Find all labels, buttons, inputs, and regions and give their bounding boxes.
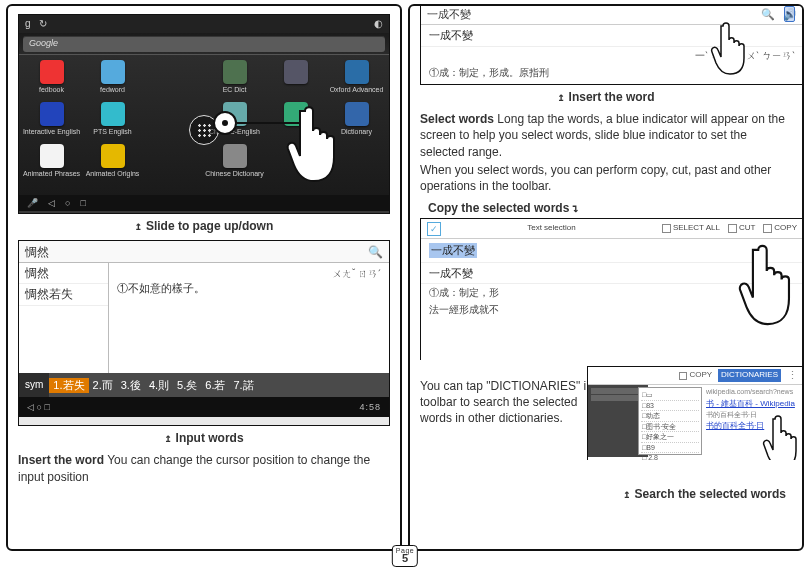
slide-arrow-icon xyxy=(237,122,307,124)
select-words-paragraph: Select words Long tap the words, a blue … xyxy=(420,111,792,160)
search-icon[interactable]: 🔍 xyxy=(761,7,775,22)
copy-subheader: Copy the selected words↴ xyxy=(428,200,792,216)
list-item[interactable]: 惆然若失 xyxy=(19,284,108,305)
cut-button[interactable]: CUT xyxy=(728,223,755,234)
dictionaries-hint: You can tap "DICTIONARIES" in toolbar to… xyxy=(420,376,600,429)
dictionary-popup-list[interactable]: □▭ □83 □动态 □图书·安全 □好象之一 □B9 □ 2.8 xyxy=(638,387,702,455)
typed-text: 惆然 xyxy=(25,244,49,260)
definition-line: 法一經形成就不 xyxy=(421,301,803,318)
up-arrow-icon: ↥ xyxy=(164,431,171,445)
selected-text[interactable]: 一成不變 xyxy=(429,243,477,258)
caption-slide: ↥Slide to page up/down xyxy=(18,218,390,234)
select-all-icon xyxy=(662,224,671,233)
copy-button[interactable]: COPY xyxy=(679,370,712,381)
select-words-lead: Select words xyxy=(420,112,494,126)
caption-search: ↥Search the selected words xyxy=(420,486,786,502)
list-item[interactable]: □▭ xyxy=(641,390,699,400)
copy-icon xyxy=(679,372,687,380)
definition-pane: ㄨㄤˇ ㄖㄢˊ ①不如意的樣子。 xyxy=(109,263,389,373)
ime-candidate[interactable]: 2.而 xyxy=(89,378,117,393)
ime-candidate[interactable]: 4.則 xyxy=(145,378,173,393)
app-icon[interactable]: fedword xyxy=(82,59,143,101)
selection-screenshot: ✓ Text selection SELECT ALL CUT COPY 一成不… xyxy=(420,218,803,360)
search-toolbar: COPY DICTIONARIES ⋮ xyxy=(588,367,803,385)
copy-button[interactable]: COPY xyxy=(763,223,797,234)
up-arrow-icon: ↥ xyxy=(557,90,564,104)
slide-origin-indicator xyxy=(213,111,237,135)
caption-insert-right: ↥Insert the word xyxy=(420,89,792,105)
select-words-paragraph-2: When you select words, you can perform c… xyxy=(420,162,792,194)
back-icon[interactable]: ◁ xyxy=(48,197,55,209)
typed-text: 一成不變 xyxy=(427,7,471,22)
ime-candidate[interactable]: 5.矣 xyxy=(173,378,201,393)
g-icon: g xyxy=(25,18,31,29)
text-selection-toolbar: ✓ Text selection SELECT ALL CUT COPY xyxy=(421,219,803,239)
clock: 4:58 xyxy=(359,401,381,413)
up-arrow-icon: ↥ xyxy=(135,219,142,233)
definition-text: ①不如意的樣子。 xyxy=(117,281,381,296)
search-bar[interactable]: Google xyxy=(19,33,389,55)
left-column: g ↻ ◐ Google fedbook fedword EC Dict Oxf… xyxy=(6,4,402,551)
recent-icon[interactable]: □ xyxy=(44,402,49,412)
caption-input: ↥Input words xyxy=(18,430,390,446)
result-url: wikipedia.com/search?news xyxy=(706,387,799,396)
app-icon[interactable]: Dictionary xyxy=(326,101,387,143)
copy-icon xyxy=(763,224,772,233)
list-item[interactable]: 惆然 xyxy=(19,263,108,284)
hand-pointer-icon xyxy=(761,413,803,460)
back-icon[interactable]: ◁ xyxy=(27,402,34,412)
search-input[interactable]: Google xyxy=(23,36,385,52)
app-icon[interactable]: fedbook xyxy=(21,59,82,101)
app-icon[interactable]: EC Dict xyxy=(204,59,265,101)
list-item[interactable]: □83 xyxy=(641,401,699,411)
result-link[interactable]: 书 - 維基百科 - Wikipedia xyxy=(706,399,799,410)
nav-bar: 🎤 ◁ ○ □ xyxy=(19,195,389,211)
insert-word-paragraph: Insert the word You can change the curso… xyxy=(18,452,390,484)
list-item[interactable]: □B9 xyxy=(641,443,699,453)
homescreen-screenshot: g ↻ ◐ Google fedbook fedword EC Dict Oxf… xyxy=(18,14,390,214)
recent-icon[interactable]: □ xyxy=(80,197,85,209)
ime-candidate[interactable]: 1.若失 xyxy=(49,378,88,393)
app-icon[interactable]: Animated Phrases xyxy=(21,143,82,185)
down-arrow-icon: ↴ xyxy=(571,201,578,215)
search-icon[interactable]: 🔍 xyxy=(368,244,383,260)
suggestion-list[interactable]: 惆然 惆然若失 xyxy=(19,263,109,373)
ime-sym-button[interactable]: sym xyxy=(19,373,49,397)
app-icon[interactable]: Interactive English xyxy=(21,101,82,143)
list-item[interactable]: □动态 xyxy=(641,411,699,421)
definition-line: 法一經形成就不可改變。 xyxy=(421,81,803,85)
ime-bar[interactable]: sym 1.若失 2.而 3.後 4.則 5.矣 6.若 7.諾 xyxy=(19,373,389,397)
app-icon[interactable] xyxy=(265,59,326,101)
list-item[interactable]: □ 2.8 xyxy=(641,453,699,460)
app-icon[interactable]: Oxford Advanced xyxy=(326,59,387,101)
app-icon[interactable]: PTS English xyxy=(82,101,143,143)
hand-pointer-icon xyxy=(709,20,753,80)
dict-search-bar[interactable]: 惆然 🔍 xyxy=(19,241,389,263)
definition-line: ①成：制定，形 xyxy=(421,284,803,301)
search-results: wikipedia.com/search?news 书 - 維基百科 - Wik… xyxy=(702,385,803,457)
list-item[interactable]: □图书·安全 xyxy=(641,422,699,432)
app-icon[interactable]: Chinese Dictionary xyxy=(204,143,265,185)
dict-screenshot-top: 一成不變 🔍 🔊 一成不變 一ˋ ㄔㄥˊ ㄅㄨˋ ㄅㄧㄢˋ ①成：制定，形成。原… xyxy=(420,5,803,85)
ime-candidate[interactable]: 6.若 xyxy=(201,378,229,393)
brightness-icon: ◐ xyxy=(374,17,383,31)
home-icon[interactable]: ○ xyxy=(37,402,42,412)
dictionaries-button[interactable]: DICTIONARIES xyxy=(718,369,781,382)
toolbar-title: Text selection xyxy=(527,223,575,234)
mic-icon[interactable]: 🎤 xyxy=(27,197,38,209)
select-all-button[interactable]: SELECT ALL xyxy=(662,223,720,234)
ime-candidate[interactable]: 3.後 xyxy=(117,378,145,393)
app-icon[interactable]: Animated Origins xyxy=(82,143,143,185)
home-icon[interactable]: ○ xyxy=(65,197,70,209)
ime-candidate[interactable]: 7.諾 xyxy=(229,378,257,393)
page-number-badge: Page 5 xyxy=(392,545,418,567)
overflow-icon[interactable]: ⋮ xyxy=(787,368,799,383)
refresh-icon: ↻ xyxy=(39,18,47,29)
list-item[interactable]: □好象之一 xyxy=(641,432,699,442)
up-arrow-icon: ↥ xyxy=(623,487,630,501)
done-button[interactable]: ✓ xyxy=(427,222,441,236)
nav-bar: ◁ ○ □ 4:58 xyxy=(19,397,389,417)
headword-row: 一成不變 xyxy=(421,263,803,285)
cut-icon xyxy=(728,224,737,233)
pronunciation: ㄨㄤˇ ㄖㄢˊ xyxy=(117,267,381,281)
